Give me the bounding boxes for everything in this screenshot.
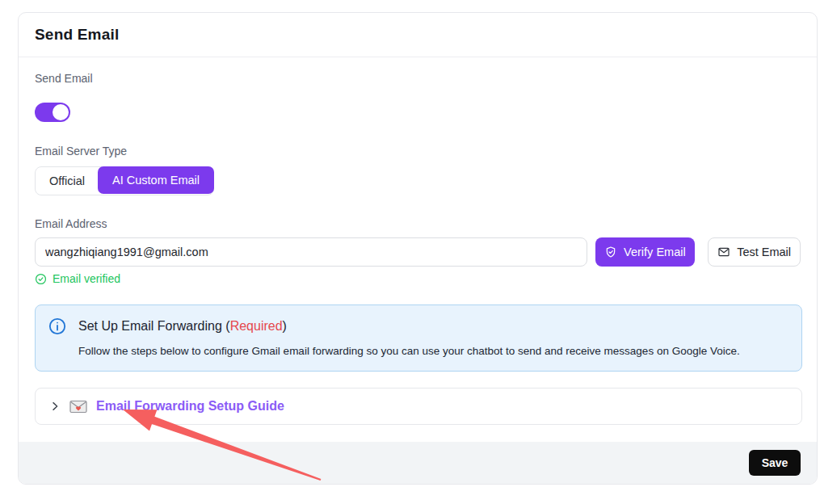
info-title: Set Up Email Forwarding (Required): [78, 319, 287, 334]
email-verified-text: Email verified: [53, 272, 120, 285]
server-type-option-ai-custom[interactable]: AI Custom Email: [98, 166, 214, 194]
envelope-icon: [717, 246, 730, 258]
card-header: Send Email: [19, 13, 817, 57]
love-letter-envelope-icon: [69, 400, 87, 414]
email-row: Verify Email Test Email: [35, 237, 801, 267]
server-type-label: Email Server Type: [35, 145, 801, 158]
required-badge: Required: [230, 319, 283, 333]
email-address-input[interactable]: [35, 237, 587, 267]
info-body-text: Follow the steps below to configure Gmai…: [78, 345, 785, 358]
email-forwarding-guide-expander[interactable]: Email Forwarding Setup Guide: [35, 388, 802, 425]
verify-email-button[interactable]: Verify Email: [595, 237, 696, 267]
info-title-row: Set Up Email Forwarding (Required): [48, 317, 785, 335]
chevron-right-icon[interactable]: [49, 401, 61, 412]
card-body: Send Email Email Server Type Official AI…: [19, 57, 817, 442]
toggle-knob: [53, 104, 69, 120]
send-email-toggle[interactable]: [35, 103, 70, 122]
server-type-segmented-control: Official AI Custom Email: [35, 166, 214, 195]
email-verified-status: Email verified: [35, 272, 801, 285]
test-email-button[interactable]: Test Email: [708, 237, 801, 267]
test-email-label: Test Email: [737, 246, 791, 258]
verify-email-label: Verify Email: [624, 246, 686, 258]
email-address-label: Email Address: [35, 217, 801, 230]
save-button[interactable]: Save: [749, 450, 801, 476]
check-circle-icon: [35, 273, 47, 285]
page-title: Send Email: [35, 26, 119, 44]
shield-check-icon: [604, 246, 617, 258]
server-type-option-official[interactable]: Official: [36, 167, 99, 195]
info-icon: [48, 317, 66, 335]
send-email-toggle-label: Send Email: [35, 72, 801, 85]
email-forwarding-info-box: Set Up Email Forwarding (Required) Follo…: [35, 304, 802, 372]
send-email-card: Send Email Send Email Email Server Type …: [18, 12, 818, 485]
card-footer: Save: [19, 442, 817, 484]
guide-link-label[interactable]: Email Forwarding Setup Guide: [96, 399, 284, 414]
